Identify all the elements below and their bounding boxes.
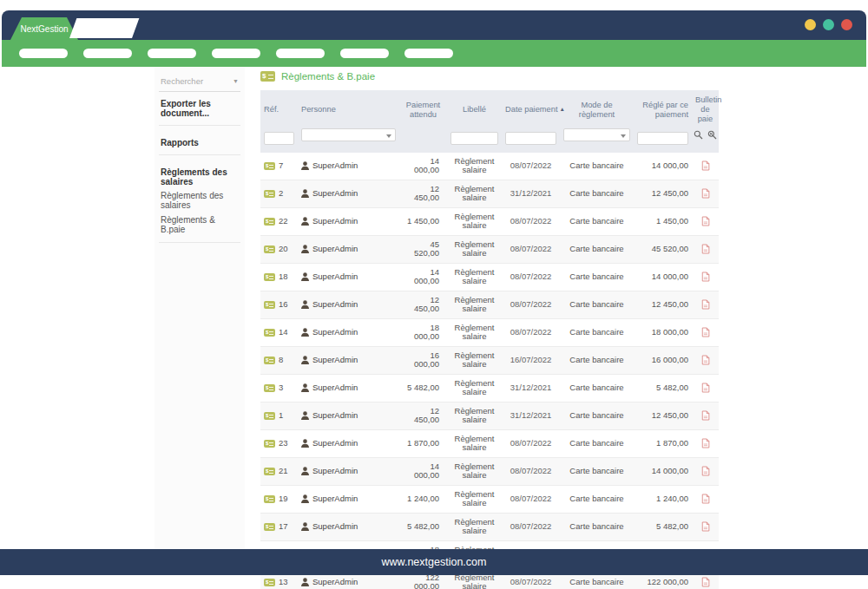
col-paiement-attendu[interactable]: Paiement attendu: [399, 90, 447, 126]
cash-icon: [264, 523, 275, 531]
search-icon[interactable]: [694, 130, 703, 140]
table-row[interactable]: 2 SuperAdmin 12 450,00 Règlement salaire…: [260, 180, 719, 207]
sidebar-item-reports[interactable]: Rapports: [158, 131, 241, 149]
regle-paiement-value: 14 000,00: [634, 457, 692, 485]
pdf-icon[interactable]: [695, 244, 715, 254]
date-paiement-value: 08/07/2022: [502, 153, 560, 180]
ref-value: 14: [279, 328, 288, 337]
col-personne[interactable]: Personne: [298, 90, 399, 126]
table-row[interactable]: 23 SuperAdmin 1 870,00 Règlement salaire…: [260, 429, 719, 457]
date-filter-input[interactable]: [505, 132, 556, 145]
personne-value: SuperAdmin: [312, 328, 358, 337]
sort-asc-icon: ▲: [559, 106, 564, 112]
date-paiement-value: 31/12/2021: [502, 180, 560, 207]
nav-pill-item[interactable]: [83, 49, 132, 58]
person-icon: [301, 411, 309, 420]
paiement-attendu-value: 12 450,00: [399, 402, 447, 429]
nav-pill-item[interactable]: [212, 49, 260, 58]
personne-value: SuperAdmin: [312, 522, 358, 532]
paiement-attendu-value: 14 000,00: [399, 263, 447, 291]
pdf-icon[interactable]: [695, 466, 715, 476]
table-row[interactable]: 8 SuperAdmin 16 000,00 Règlement salaire…: [260, 346, 719, 374]
mode-reglement-value: Carte bancaire: [560, 180, 634, 207]
person-icon: [301, 578, 309, 586]
nav-pill-item[interactable]: [19, 49, 68, 58]
table-row[interactable]: 1 SuperAdmin 12 450,00 Règlement salaire…: [260, 402, 719, 429]
footer-bar: www.nextgestion.com: [0, 549, 868, 575]
paiement-attendu-value: 1 240,00: [399, 485, 447, 513]
sidebar-search-select[interactable]: Rechercher ▼: [159, 74, 240, 92]
main-content: Règlements & B.paie Réf. Personne Paieme…: [260, 69, 719, 589]
pdf-icon[interactable]: [695, 355, 715, 365]
personne-value: SuperAdmin: [312, 383, 358, 393]
date-paiement-value: 08/07/2022: [502, 485, 560, 513]
pdf-icon[interactable]: [695, 327, 715, 337]
nav-pill-item[interactable]: [404, 49, 453, 58]
col-regle-paiement[interactable]: Réglé par ce paiement: [634, 90, 692, 126]
col-bulletin-paie[interactable]: Bulletin de paie: [692, 90, 719, 126]
pdf-icon[interactable]: [695, 494, 715, 504]
browser-tab-blank[interactable]: [69, 18, 139, 38]
mode-reglement-value: Carte bancaire: [560, 457, 634, 485]
date-paiement-value: 31/12/2021: [502, 374, 560, 402]
cash-icon: [264, 440, 275, 448]
col-date-paiement[interactable]: Date paiement▲: [502, 90, 560, 126]
ref-value: 1: [279, 411, 283, 421]
nav-pill-item[interactable]: [340, 49, 389, 58]
window-dot-red[interactable]: [841, 19, 852, 30]
personne-filter-select[interactable]: [301, 128, 396, 141]
window-dot-green[interactable]: [823, 19, 834, 30]
cash-icon: [264, 190, 275, 198]
ref-filter-input[interactable]: [264, 132, 294, 145]
clear-search-icon[interactable]: [707, 130, 717, 140]
col-mode-reglement[interactable]: Mode de règlement: [560, 90, 634, 126]
brand-tab[interactable]: NextGestion: [10, 17, 78, 40]
table-row[interactable]: 3 SuperAdmin 5 482,00 Règlement salaire …: [260, 374, 719, 402]
libelle-value: Règlement salaire: [447, 207, 502, 235]
sidebar-item-reglements-salaires[interactable]: Règlements des salaires: [158, 188, 241, 213]
person-icon: [301, 522, 309, 531]
table-row[interactable]: 22 SuperAdmin 1 450,00 Règlement salaire…: [260, 207, 719, 235]
window-dot-yellow[interactable]: [805, 19, 816, 30]
pdf-icon[interactable]: [695, 410, 715, 421]
ref-value: 8: [279, 356, 283, 365]
col-libelle[interactable]: Libellé: [447, 90, 502, 126]
pdf-icon[interactable]: [695, 438, 715, 448]
table-filter-row: [260, 126, 719, 153]
ref-value: 7: [279, 161, 283, 171]
date-paiement-value: 08/07/2022: [502, 457, 560, 485]
pdf-icon[interactable]: [695, 383, 715, 393]
pdf-icon[interactable]: [695, 216, 715, 226]
pdf-icon[interactable]: [695, 577, 715, 587]
pdf-icon[interactable]: [695, 299, 715, 310]
pdf-icon[interactable]: [695, 160, 715, 171]
table-row[interactable]: 17 SuperAdmin 5 482,00 Règlement salaire…: [260, 513, 719, 540]
table-row[interactable]: 18 SuperAdmin 14 000,00 Règlement salair…: [260, 263, 719, 291]
nav-pill-item[interactable]: [148, 49, 196, 58]
date-paiement-value: 08/07/2022: [502, 291, 560, 318]
regle-filter-input[interactable]: [637, 132, 688, 145]
ref-value: 3: [279, 383, 283, 393]
person-icon: [301, 494, 309, 503]
person-icon: [301, 300, 309, 309]
sidebar-section-salaires[interactable]: Règlements des salaires: [158, 160, 241, 188]
pdf-icon[interactable]: [695, 521, 715, 532]
table-row[interactable]: 21 SuperAdmin 14 000,00 Règlement salair…: [260, 457, 719, 485]
footer-url[interactable]: www.nextgestion.com: [382, 556, 487, 568]
table-row[interactable]: 7 SuperAdmin 14 000,00 Règlement salaire…: [260, 153, 719, 180]
col-ref[interactable]: Réf.: [260, 90, 298, 126]
mode-filter-select[interactable]: [563, 128, 630, 141]
sidebar-item-reglements-bpaie[interactable]: Règlements & B.paie: [158, 213, 241, 237]
table-row[interactable]: 16 SuperAdmin 12 450,00 Règlement salair…: [260, 291, 719, 318]
table-row[interactable]: 20 SuperAdmin 45 520,00 Règlement salair…: [260, 235, 719, 263]
nav-pill-item[interactable]: [276, 49, 325, 58]
page-header: Règlements & B.paie: [260, 69, 719, 82]
regle-paiement-value: 45 520,00: [634, 235, 692, 263]
chevron-down-icon: ▼: [233, 78, 239, 84]
pdf-icon[interactable]: [695, 272, 715, 282]
pdf-icon[interactable]: [695, 188, 715, 199]
libelle-filter-input[interactable]: [450, 132, 498, 145]
table-row[interactable]: 14 SuperAdmin 18 000,00 Règlement salair…: [260, 318, 719, 346]
sidebar-item-export[interactable]: Exporter les document...: [158, 92, 241, 120]
table-row[interactable]: 19 SuperAdmin 1 240,00 Règlement salaire…: [260, 485, 719, 513]
